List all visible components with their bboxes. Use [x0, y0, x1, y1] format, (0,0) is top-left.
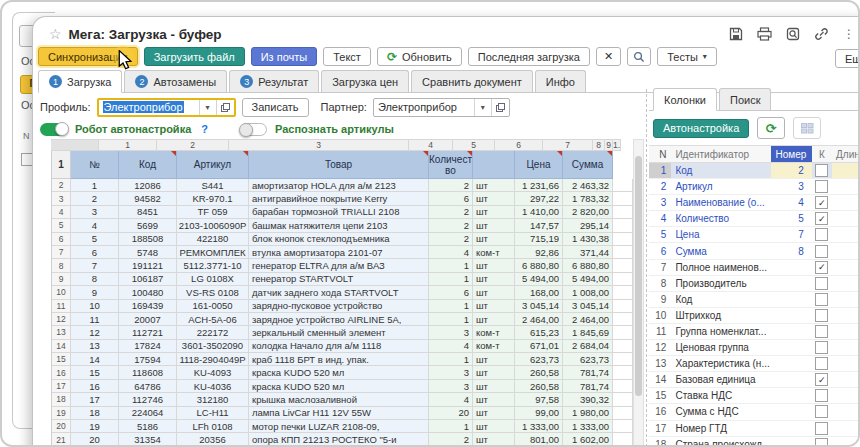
checkbox[interactable]: ✓	[815, 228, 828, 241]
tab-zagruzka[interactable]: 1Загрузка	[38, 70, 122, 93]
panel-columns-button[interactable]	[793, 117, 821, 139]
tab-zagruzka-cen[interactable]: Загрузка цен	[321, 70, 409, 92]
cell-code[interactable]: 5186	[119, 420, 177, 433]
header-qty[interactable]: Количество	[429, 151, 473, 179]
mapping-row[interactable]: 16 Сумма с НДС ✓	[649, 404, 860, 420]
row-number[interactable]: 2	[51, 179, 71, 192]
cell-sum[interactable]: 390,32	[563, 393, 613, 406]
cell-sum[interactable]: 1 430,38	[563, 233, 613, 246]
check-cell[interactable]: ✓	[812, 163, 832, 179]
column-number-value[interactable]: 4	[771, 195, 812, 211]
cell-code[interactable]: 188508	[119, 233, 177, 246]
cell-extra[interactable]	[613, 233, 633, 246]
cell-num[interactable]: 14	[71, 353, 119, 366]
cell-code[interactable]: 17824	[119, 340, 177, 353]
cell-product[interactable]: барабан тормозной TRIALLI 2108	[249, 206, 429, 219]
more-button[interactable]: Ещё	[835, 49, 860, 68]
cell-price[interactable]: 1 333,00	[515, 420, 563, 433]
preview-icon[interactable]	[786, 27, 800, 41]
save-record-button[interactable]: Записать	[242, 98, 309, 117]
column-number-value[interactable]	[771, 356, 812, 372]
mapping-row[interactable]: 15 Ставка НДС ✓	[649, 388, 860, 404]
cell-num[interactable]: 15	[71, 366, 119, 379]
cell-qty[interactable]: 20	[429, 407, 473, 420]
column-number[interactable]: 4	[409, 139, 453, 151]
cell-num[interactable]: 12	[71, 326, 119, 339]
cell-code[interactable]: 106187	[119, 273, 177, 286]
cell-product[interactable]: опора КПП 21213 РОСТЕКО "5-и	[249, 433, 429, 446]
mapping-row[interactable]: 1 Код 2 ✓	[649, 163, 860, 179]
cell-article[interactable]: VS-RS 0108	[177, 286, 249, 299]
cell-num[interactable]: 2	[71, 192, 119, 205]
cell-price[interactable]: 99,00	[515, 407, 563, 420]
length-cell[interactable]	[832, 260, 860, 276]
cell-qty[interactable]: 1	[429, 259, 473, 272]
column-number-value[interactable]	[771, 324, 812, 340]
mapping-row[interactable]: 4 Количество 5 ✓	[649, 211, 860, 227]
column-number-value[interactable]	[771, 340, 812, 356]
cell-num[interactable]: 18	[71, 407, 119, 420]
length-cell[interactable]	[832, 292, 860, 308]
cell-qty[interactable]: 3	[429, 366, 473, 379]
cell-article[interactable]: 3601-3502090	[177, 340, 249, 353]
checkbox[interactable]: ✓	[815, 357, 828, 370]
column-number-value[interactable]	[771, 260, 812, 276]
row-number[interactable]: 5	[51, 219, 71, 232]
refresh-button[interactable]: ⟳Обновить	[377, 47, 462, 66]
cell-num[interactable]: 4	[71, 219, 119, 232]
check-cell[interactable]: ✓	[812, 260, 832, 276]
cell-article[interactable]: 161-0050	[177, 300, 249, 313]
row-number[interactable]: 17	[51, 380, 71, 393]
mapping-row[interactable]: 12 Ценовая группа ✓	[649, 340, 860, 356]
cell-sum[interactable]: 2 820,00	[563, 206, 613, 219]
check-cell[interactable]: ✓	[812, 276, 832, 292]
check-cell[interactable]: ✓	[812, 388, 832, 404]
row-number[interactable]: 7	[51, 246, 71, 259]
check-cell[interactable]: ✓	[812, 195, 832, 211]
help-icon[interactable]: ?	[201, 123, 208, 135]
cell-article[interactable]: 2103-1006090Р	[177, 219, 249, 232]
cell-code[interactable]: 5699	[119, 219, 177, 232]
check-cell[interactable]: ✓	[812, 211, 832, 227]
cell-extra[interactable]	[613, 353, 633, 366]
row-number[interactable]: 20	[51, 420, 71, 433]
identifier-name[interactable]: Штрихкод	[671, 308, 770, 324]
cell-code[interactable]: 169439	[119, 300, 177, 313]
cell-unit[interactable]: ком-т	[473, 340, 515, 353]
mapping-row[interactable]: 17 Номер ГТД ✓	[649, 421, 860, 437]
cell-extra[interactable]	[613, 313, 633, 326]
autoconfig-button[interactable]: Автонастройка	[653, 119, 749, 138]
cell-article[interactable]: АСН-5А-06	[177, 313, 249, 326]
cell-product[interactable]: антигравийное покрытие Kerry	[249, 192, 429, 205]
cell-code[interactable]: 224064	[119, 407, 177, 420]
cell-price[interactable]: 671,01	[515, 340, 563, 353]
check-cell[interactable]: ✓	[812, 292, 832, 308]
length-cell[interactable]	[832, 243, 860, 259]
check-cell[interactable]: ✓	[812, 324, 832, 340]
cell-article[interactable]: LC-H11	[177, 407, 249, 420]
checkbox[interactable]: ✓	[815, 373, 828, 386]
mapping-row[interactable]: 13 Характеристика (н... ✓	[649, 356, 860, 372]
cell-sum[interactable]: 1 602,00	[563, 433, 613, 446]
checkbox[interactable]: ✓	[815, 277, 828, 290]
identifier-name[interactable]: Номер ГТД	[671, 421, 770, 437]
cell-price[interactable]: 260,58	[515, 380, 563, 393]
cell-product[interactable]: зарядно-пусковое устройство	[249, 300, 429, 313]
check-cell[interactable]: ✓	[812, 421, 832, 437]
cell-article[interactable]: 312180	[177, 393, 249, 406]
mapping-row[interactable]: 8 Производитель ✓	[649, 276, 860, 292]
mapping-row[interactable]: 10 Штрихкод ✓	[649, 308, 860, 324]
column-number-value[interactable]: 3	[771, 179, 812, 195]
cell-article[interactable]: 222172	[177, 326, 249, 339]
robot-autoconfig-toggle[interactable]	[40, 123, 67, 136]
identifier-name[interactable]: Код	[671, 163, 770, 179]
column-number-value[interactable]: 2	[771, 163, 812, 179]
cell-qty[interactable]: 4	[429, 393, 473, 406]
mapping-row[interactable]: 7 Полное наименов... ✓	[649, 260, 860, 276]
cell-qty[interactable]: 1	[429, 300, 473, 313]
cell-qty[interactable]: 2	[429, 179, 473, 192]
cell-unit[interactable]: шт	[473, 179, 515, 192]
cell-product[interactable]: генератор ELTRA для а/м ВАЗ	[249, 259, 429, 272]
cell-num[interactable]: 7	[71, 259, 119, 272]
row-number[interactable]: 15	[51, 353, 71, 366]
